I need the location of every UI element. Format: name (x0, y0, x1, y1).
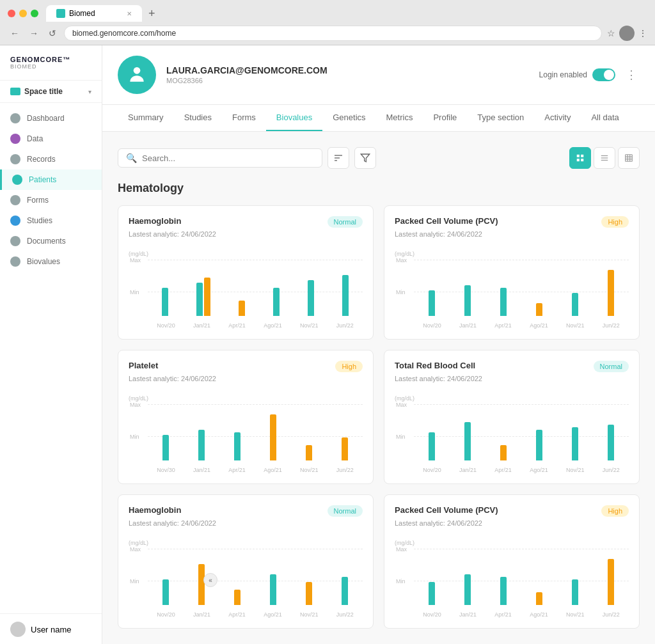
chart-y-label: (mg/dL) (395, 540, 414, 546)
refresh-button[interactable]: ↺ (46, 27, 59, 40)
min-label: Min (130, 434, 139, 440)
bar-yellow (198, 564, 205, 605)
bar-yellow (342, 437, 348, 460)
bars-container (414, 403, 629, 460)
patient-email: LAURA.GARCIA@GENOMCORE.COM (166, 65, 529, 75)
x-label: Jun/22 (603, 467, 620, 473)
chart-y-label: (mg/dL) (129, 540, 148, 546)
chart: (mg/dL) Max Min Nov/30Jan/21Apr/21Ago/21… (129, 390, 363, 473)
card-date: Lastest analytic: 24/06/2022 (129, 375, 363, 382)
tab-genetics[interactable]: Genetics (322, 105, 375, 131)
filter-button[interactable] (354, 147, 376, 169)
browser-tab[interactable]: Biomed ✕ (46, 5, 142, 22)
collapse-sidebar-button[interactable]: « (203, 573, 217, 587)
forward-button[interactable]: → (27, 27, 41, 40)
back-button[interactable]: ← (8, 27, 22, 40)
bar-group (464, 574, 471, 605)
bars-container (414, 547, 629, 605)
table-icon (624, 153, 633, 162)
tab-summary[interactable]: Summary (118, 105, 174, 131)
tab-metrics[interactable]: Metrics (376, 105, 423, 131)
filter-icon (360, 153, 370, 163)
main-content: LAURA.GARCIA@GENOMCORE.COM MOG28366 Logi… (102, 45, 655, 644)
bar-teal (500, 577, 507, 605)
bar-group (342, 577, 348, 605)
bookmark-icon[interactable]: ☆ (607, 28, 615, 38)
bar-yellow (204, 278, 210, 316)
app-container: GENOMCORE™ BIOMED Space title ▾ Dashboar… (0, 45, 655, 644)
chart-y-label: (mg/dL) (395, 395, 414, 402)
user-avatar-sm[interactable] (619, 26, 635, 41)
bar-group (429, 582, 435, 605)
list-view-button[interactable] (594, 147, 615, 169)
space-title-row[interactable]: Space title ▾ (0, 81, 102, 103)
x-label: Jan/21 (193, 322, 210, 329)
biovalue-card-3[interactable]: Total Red Blood Cell Normal Lastest anal… (384, 350, 640, 484)
tab-forms[interactable]: Forms (222, 105, 266, 131)
table-view-button[interactable] (618, 147, 640, 169)
bar-group (306, 582, 312, 605)
tab-profile[interactable]: Profile (423, 105, 467, 131)
sidebar-item-forms[interactable]: Forms (0, 190, 102, 210)
bar-teal (162, 579, 169, 605)
tab-activity[interactable]: Activity (534, 105, 581, 131)
close-dot[interactable] (8, 10, 15, 17)
sort-icon (333, 153, 343, 163)
bar-group (500, 445, 507, 460)
menu-icon[interactable]: ⋮ (638, 28, 647, 38)
tab-type-section[interactable]: Type section (467, 105, 534, 131)
more-options-button[interactable]: ⋮ (623, 65, 640, 84)
minimize-dot[interactable] (19, 10, 27, 17)
bar-yellow (239, 301, 245, 316)
grid-view-button[interactable] (569, 147, 591, 169)
biovalue-card-4[interactable]: Haemoglobin Normal Lastest analytic: 24/… (118, 494, 374, 629)
sidebar-item-label: Data (27, 134, 43, 143)
nav-tabs: Summary Studies Forms Biovalues Genetics… (102, 105, 655, 132)
toggle-knob (604, 70, 614, 80)
biovalue-card-5[interactable]: Packed Cell Volume (PCV) High Lastest an… (384, 494, 640, 629)
chevron-down-icon[interactable]: ▾ (88, 88, 91, 95)
x-label: Jun/22 (336, 467, 354, 473)
documents-icon (10, 236, 20, 246)
maximize-dot[interactable] (31, 10, 38, 17)
sidebar-item-label: Records (27, 155, 56, 164)
bar-group (572, 427, 578, 460)
new-tab-button[interactable]: + (145, 7, 159, 20)
sort-button[interactable] (328, 147, 349, 169)
sidebar-item-records[interactable]: Records (0, 149, 102, 169)
search-box[interactable]: 🔍 (118, 148, 322, 168)
biovalue-card-1[interactable]: Packed Cell Volume (PCV) High Lastest an… (384, 205, 640, 340)
dashboard-icon (10, 113, 20, 123)
section-title: Hematology (118, 182, 640, 195)
bar-teal (536, 430, 542, 460)
card-date: Lastest analytic: 24/06/2022 (129, 230, 363, 238)
sidebar-item-data[interactable]: Data (0, 129, 102, 149)
card-header: Total Red Blood Cell Normal (395, 361, 629, 372)
sidebar-item-biovalues[interactable]: Biovalues (0, 251, 102, 272)
sidebar-item-label: Forms (27, 196, 49, 205)
sidebar-item-dashboard[interactable]: Dashboard (0, 108, 102, 129)
user-icon (127, 65, 147, 85)
tab-biovalues[interactable]: Biovalues (266, 105, 322, 131)
address-input[interactable] (64, 26, 602, 41)
card-date: Lastest analytic: 24/06/2022 (395, 375, 629, 382)
tab-favicon (56, 9, 65, 18)
biovalue-card-2[interactable]: Platelet High Lastest analytic: 24/06/20… (118, 350, 374, 484)
tab-all-data[interactable]: All data (581, 105, 629, 131)
patients-icon (12, 175, 22, 185)
login-toggle[interactable] (592, 68, 615, 81)
sidebar-item-studies[interactable]: Studies (0, 210, 102, 231)
address-bar-actions: ☆ ⋮ (607, 26, 647, 41)
bar-group (608, 559, 614, 605)
x-label: Apr/21 (228, 611, 246, 618)
tab-close-button[interactable]: ✕ (127, 10, 132, 17)
search-input[interactable] (142, 153, 314, 163)
sidebar-item-patients[interactable]: Patients (0, 169, 102, 190)
bar-teal (342, 577, 348, 605)
tab-studies[interactable]: Studies (174, 105, 222, 131)
sidebar-item-documents[interactable]: Documents (0, 231, 102, 251)
bar-group (308, 280, 314, 316)
status-badge: High (601, 505, 629, 517)
biovalue-card-0[interactable]: Haemoglobin Normal Lastest analytic: 24/… (118, 205, 374, 340)
bars-container (148, 258, 363, 316)
